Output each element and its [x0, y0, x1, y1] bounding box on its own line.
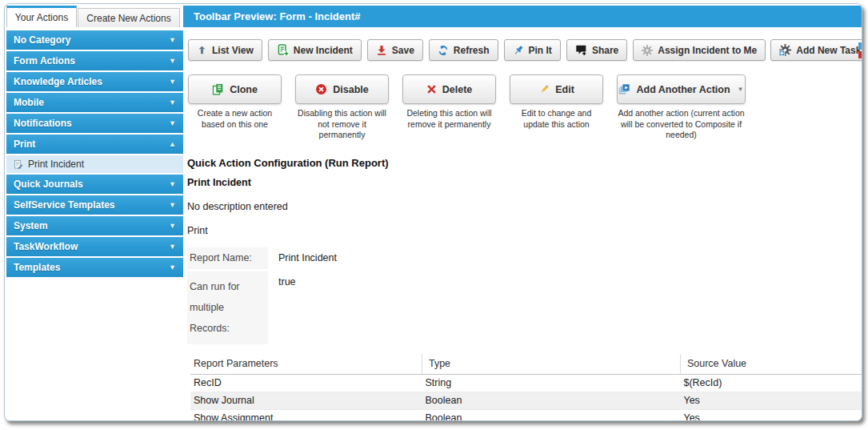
list-view-button[interactable]: List View — [188, 39, 262, 61]
field-value: true — [268, 271, 296, 344]
action-management-row: Clone Create a new action based on this … — [188, 74, 862, 141]
chevron-down-icon — [169, 264, 176, 271]
chevron-down-icon — [169, 181, 176, 188]
button-label: New Incident — [294, 45, 353, 56]
sidebar-item-form-actions[interactable]: Form Actions — [6, 51, 183, 70]
disable-description: Disabling this action will not remove it… — [295, 108, 389, 141]
new-incident-button[interactable]: New Incident — [268, 39, 362, 61]
assign-incident-to-me-button[interactable]: Assign Incident to Me — [633, 39, 766, 61]
quick-action-configuration-section: Quick Action Configuration (Run Report) … — [187, 157, 862, 421]
field-label: Can run for multiple Records: — [187, 271, 268, 344]
edit-action-column: Edit Edit to change and update this acti… — [510, 74, 603, 130]
sidebar-item-knowledge-articles[interactable]: Knowledge Articles — [6, 72, 183, 91]
report-parameters-table: Report Parameters Type Source Value RecI… — [190, 354, 862, 421]
cell-type: String — [422, 374, 680, 392]
arrow-up-icon — [197, 45, 207, 55]
action-description: No description entered — [187, 201, 862, 212]
actions-sidebar: Your Actions Create New Actions No Categ… — [6, 6, 183, 421]
button-label: List View — [212, 45, 254, 56]
category-accordion: No Category Form Actions Knowledge Artic… — [6, 30, 183, 277]
button-label: Share — [592, 45, 618, 56]
chevron-down-icon — [169, 78, 176, 86]
delete-description: Deleting this action will remove it perm… — [402, 108, 496, 130]
sidebar-item-system[interactable]: System — [6, 216, 183, 235]
delete-action-column: Delete Deleting this action will remove … — [402, 74, 496, 130]
cell-source-value: Yes — [680, 409, 862, 421]
table-row: Show Assignment Boolean Yes — [190, 409, 862, 421]
cell-source-value: Yes — [680, 392, 862, 409]
refresh-button[interactable]: Refresh — [429, 39, 498, 61]
gear-icon — [642, 45, 653, 56]
button-label: Disable — [333, 84, 368, 95]
category-label: System — [14, 220, 48, 231]
column-header-report-parameters: Report Parameters — [190, 354, 422, 375]
save-button[interactable]: Save — [367, 39, 423, 61]
sidebar-item-notifications[interactable]: Notifications — [6, 114, 183, 133]
page-title: Toolbar Preview: Form - Incident# — [183, 6, 862, 27]
sidebar-tabs: Your Actions Create New Actions — [6, 6, 183, 27]
chevron-down-icon: ▼ — [738, 86, 744, 93]
cell-parameter: Show Journal — [190, 392, 422, 409]
report-fields: Report Name: Print Incident Can run for … — [187, 247, 862, 344]
new-document-icon — [277, 44, 289, 56]
button-label: Edit — [555, 84, 574, 95]
chevron-down-icon — [169, 120, 176, 127]
clone-description: Create a new action based on this one — [188, 108, 282, 130]
category-label: Print — [14, 139, 35, 150]
column-header-source-value: Source Value — [680, 354, 862, 375]
clone-action-column: Clone Create a new action based on this … — [188, 74, 282, 130]
category-label: Mobile — [14, 97, 44, 108]
pin-it-button[interactable]: Pin It — [504, 39, 561, 61]
sub-item-label: Print Incident — [28, 159, 84, 170]
button-label: Pin It — [529, 45, 552, 56]
add-another-action-button[interactable]: Add Another Action ▼ — [617, 74, 746, 104]
sidebar-item-templates[interactable]: Templates — [6, 258, 183, 277]
speech-bubble-icon — [575, 44, 587, 56]
chevron-down-icon — [169, 58, 176, 65]
button-label: Assign Incident to Me — [658, 45, 757, 56]
report-name-field: Report Name: Print Incident — [187, 247, 862, 269]
cell-parameter: Show Assignment — [190, 409, 422, 421]
tab-your-actions[interactable]: Your Actions — [6, 6, 77, 27]
clipped-icon-fragment — [858, 42, 862, 62]
sidebar-item-print-incident[interactable]: Print Incident — [6, 155, 183, 173]
add-another-action-description: Add another action (current action will … — [617, 108, 746, 141]
action-category: Print — [187, 225, 862, 236]
save-icon — [376, 45, 387, 56]
delete-button[interactable]: Delete — [402, 74, 496, 104]
share-button[interactable]: Share — [566, 39, 627, 61]
app-window: Your Actions Create New Actions No Categ… — [4, 3, 862, 421]
tab-create-new-actions[interactable]: Create New Actions — [78, 8, 180, 27]
field-value: Print Incident — [268, 247, 337, 269]
report-icon — [13, 159, 23, 170]
category-label: Knowledge Articles — [14, 76, 102, 87]
refresh-icon — [438, 45, 449, 56]
add-action-icon — [618, 83, 630, 95]
category-label: No Category — [14, 34, 70, 46]
add-new-task-button[interactable]: Add New Task — [770, 39, 862, 61]
sidebar-item-quick-journals[interactable]: Quick Journals — [6, 175, 183, 194]
pushpin-icon — [513, 45, 524, 56]
sidebar-item-mobile[interactable]: Mobile — [6, 93, 183, 112]
category-label: TaskWorkflow — [14, 241, 78, 252]
button-label: Refresh — [454, 45, 490, 56]
category-label: Quick Journals — [14, 179, 83, 190]
sidebar-item-no-category[interactable]: No Category — [6, 30, 183, 50]
cell-source-value: $(RecId) — [680, 374, 862, 392]
toolbar-preview-row: List View New Incident Save — [188, 39, 854, 61]
button-label: Add New Task — [796, 45, 861, 56]
table-row: RecID String $(RecId) — [190, 374, 862, 392]
button-label: Add Another Action — [636, 84, 730, 95]
sidebar-item-selfservice-templates[interactable]: SelfService Templates — [6, 195, 183, 215]
edit-button[interactable]: Edit — [510, 74, 603, 104]
sidebar-item-print[interactable]: Print — [6, 135, 183, 154]
clone-button[interactable]: Clone — [188, 74, 282, 104]
edit-description: Edit to change and update this action — [510, 108, 603, 130]
sidebar-item-taskworkflow[interactable]: TaskWorkflow — [6, 237, 183, 256]
disable-button[interactable]: Disable — [295, 74, 389, 104]
button-label: Delete — [442, 84, 473, 95]
cell-type: Boolean — [422, 409, 680, 421]
button-label: Save — [392, 45, 414, 56]
cell-parameter: RecID — [190, 374, 422, 392]
gear-plus-icon — [779, 44, 791, 56]
